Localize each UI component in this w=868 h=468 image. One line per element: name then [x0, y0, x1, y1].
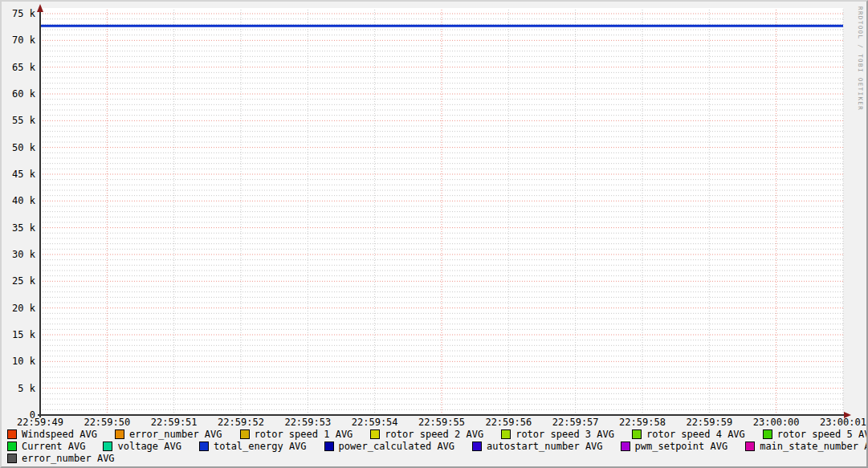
x-tick-label: 22:59:59: [686, 417, 732, 428]
legend-label: Windspeed AVG: [22, 429, 97, 440]
legend-row: error_number AVG: [7, 452, 866, 464]
legend-item: voltage AVG: [103, 441, 181, 452]
legend-item: error_number AVG: [115, 429, 222, 440]
y-tick-label: 25 k: [12, 275, 36, 287]
legend-label: error_number AVG: [22, 453, 115, 464]
legend-label: rotor speed 5 AVG: [777, 429, 868, 440]
x-tick-label: 22:59:57: [552, 417, 599, 428]
y-tick-label: 10 k: [12, 356, 36, 367]
y-tick-label: 15 k: [12, 329, 36, 340]
legend-label: pwm_setpoint AVG: [635, 441, 728, 452]
legend-swatch: [7, 442, 17, 451]
x-tick-label: 22:59:51: [151, 417, 198, 428]
legend-label: rotor speed 3 AVG: [516, 429, 614, 440]
y-tick-label: 20 k: [12, 303, 36, 314]
legend-item: rotor speed 2 AVG: [370, 429, 483, 440]
y-tick-label: 70 k: [12, 35, 36, 46]
x-tick-label: 22:59:52: [218, 417, 264, 428]
x-tick-label: 22:59:54: [352, 417, 398, 428]
legend-swatch: [103, 442, 112, 451]
legend-item: Current AVG: [7, 441, 85, 452]
x-tick-label: 22:59:49: [17, 417, 63, 428]
legend-label: rotor speed 4 AVG: [646, 429, 745, 440]
y-tick-label: 60 k: [12, 88, 36, 100]
x-tick-label: 22:59:53: [284, 417, 331, 428]
legend-label: rotor speed 1 AVG: [255, 429, 353, 440]
legend-label: autostart_number AVG: [487, 441, 603, 452]
legend-swatch: [199, 442, 209, 451]
legend-swatch: [501, 429, 511, 439]
y-tick-label: 65 k: [12, 62, 36, 73]
legend-swatch: [621, 442, 630, 451]
legend-label: main_state_number AVG: [760, 441, 868, 452]
legend-label: power_calculated AVG: [339, 441, 455, 452]
y-tick-label: 35 k: [12, 222, 36, 234]
x-tick-label: 22:59:55: [418, 417, 465, 428]
legend-item: Windspeed AVG: [7, 429, 97, 440]
legend-swatch: [324, 442, 334, 451]
y-tick-label: 45 k: [12, 169, 36, 180]
legend-item: rotor speed 5 AVG: [763, 429, 868, 440]
legend-row: Current AVGvoltage AVGtotal_energy AVGpo…: [7, 440, 866, 452]
legend-item: pwm_setpoint AVG: [621, 441, 728, 452]
legend-item: rotor speed 1 AVG: [240, 429, 353, 440]
legend-label: total_energy AVG: [214, 441, 307, 452]
x-tick-label: 23:00:00: [753, 417, 800, 428]
x-tick-label: 22:59:50: [84, 417, 130, 428]
legend-label: rotor speed 2 AVG: [385, 429, 483, 440]
legend-swatch: [472, 442, 482, 451]
legend-row: Windspeed AVGerror_number AVGrotor speed…: [7, 428, 866, 440]
legend-item: power_calculated AVG: [324, 441, 455, 452]
y-tick-label: 40 k: [12, 195, 36, 206]
legend-label: error_number AVG: [129, 429, 222, 440]
legend-item: error_number AVG: [7, 453, 115, 464]
y-tick-label: 50 k: [12, 142, 36, 153]
legend-label: voltage AVG: [117, 441, 181, 452]
legend-swatch: [7, 454, 17, 463]
rrdtool-graph: 05 k10 k15 k20 k25 k30 k35 k40 k45 k50 k…: [0, 0, 868, 468]
legend-swatch: [763, 429, 772, 439]
legend-item: autostart_number AVG: [472, 441, 603, 452]
legend-item: total_energy AVG: [199, 441, 307, 452]
y-tick-label: 5 k: [18, 383, 35, 394]
legend-swatch: [7, 429, 17, 439]
legend-item: main_state_number AVG: [745, 441, 868, 452]
x-tick-label: 23:00:01: [820, 417, 866, 428]
legend-swatch: [240, 429, 250, 439]
legend-swatch: [370, 429, 380, 439]
y-tick-label: 30 k: [12, 249, 36, 260]
y-tick-label: 55 k: [12, 115, 36, 126]
x-tick-label: 22:59:56: [485, 417, 532, 428]
chart-canvas: 05 k10 k15 k20 k25 k30 k35 k40 k45 k50 k…: [2, 2, 868, 468]
legend-label: Current AVG: [22, 441, 85, 452]
y-tick-label: 75 k: [12, 8, 36, 19]
legend-item: rotor speed 3 AVG: [501, 429, 614, 440]
x-tick-label: 22:59:58: [619, 417, 666, 428]
legend-swatch: [745, 442, 755, 451]
legend-item: rotor speed 4 AVG: [632, 429, 745, 440]
legend-swatch: [632, 429, 642, 439]
legend-swatch: [115, 429, 124, 439]
watermark: RRDTOOL / TOBI OETIKER: [857, 6, 864, 111]
legend: Windspeed AVGerror_number AVGrotor speed…: [7, 428, 866, 464]
